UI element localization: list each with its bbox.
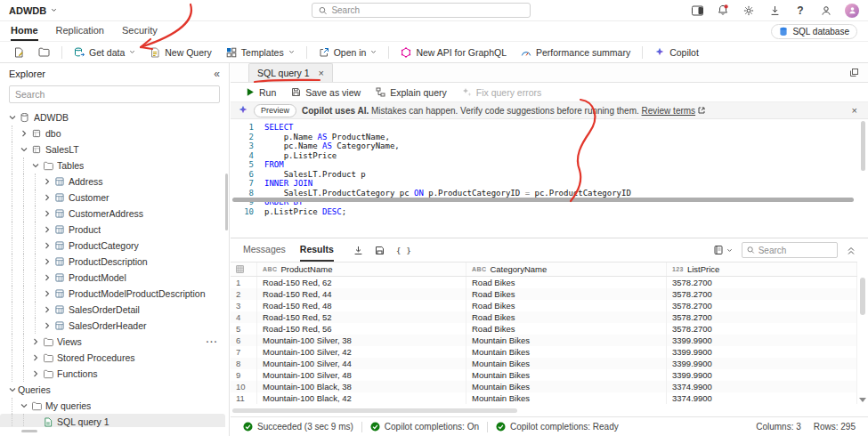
tree-item-sql-query-1[interactable]: SQL query 1 <box>0 414 225 427</box>
table-row[interactable]: 1Road-150 Red, 62Road Bikes3578.2700 <box>231 277 857 288</box>
support-person-icon[interactable] <box>819 4 833 18</box>
tree-item-customer[interactable]: Customer <box>0 190 225 206</box>
settings-gear-icon[interactable] <box>742 4 756 18</box>
performance-summary-button[interactable]: Performance summary <box>515 44 637 61</box>
global-search-input[interactable] <box>331 5 523 15</box>
copilot-button[interactable]: Copilot <box>648 44 705 61</box>
table-row[interactable]: 4Road-150 Red, 52Road Bikes3578.2700 <box>231 311 857 323</box>
cell-productname[interactable]: Mountain-100 Silver, 38 <box>257 335 466 346</box>
chevron-right-icon[interactable] <box>42 194 53 201</box>
table-row[interactable]: 5Road-150 Red, 56Road Bikes3578.2700 <box>231 323 857 335</box>
tree-item-views[interactable]: Views··· <box>0 334 225 350</box>
cell-categoryname[interactable]: Road Bikes <box>466 300 667 311</box>
chevron-down-icon[interactable] <box>19 402 29 409</box>
chevron-right-icon[interactable] <box>42 226 53 233</box>
cell-productname[interactable]: Mountain-100 Silver, 44 <box>257 358 466 369</box>
scroll-down-arrow-icon[interactable] <box>859 398 866 402</box>
cell-productname[interactable]: Road-150 Red, 62 <box>257 277 466 288</box>
global-search[interactable] <box>312 3 531 18</box>
cell-categoryname[interactable]: Road Bikes <box>466 323 667 335</box>
tree-item-customeraddress[interactable]: CustomerAddress <box>0 206 225 222</box>
cell-listprice[interactable]: 3399.9900 <box>667 358 857 369</box>
column-header-categoryname[interactable]: ABCCategoryName <box>466 262 667 276</box>
editor-vscrollbar[interactable] <box>861 121 865 171</box>
sql-editor[interactable]: 12345678910 SELECT p.Name AS ProductName… <box>231 119 868 219</box>
cell-listprice[interactable]: 3578.2700 <box>667 311 857 323</box>
open-folder-icon[interactable] <box>32 44 56 60</box>
cell-listprice[interactable]: 3399.9900 <box>667 335 857 346</box>
tab-security[interactable]: Security <box>122 21 158 41</box>
cell-categoryname[interactable]: Mountain Bikes <box>466 381 667 392</box>
table-row[interactable]: 6Mountain-100 Silver, 38Mountain Bikes33… <box>231 335 857 346</box>
tree-item-product[interactable]: Product <box>0 222 225 238</box>
cell-listprice[interactable]: 3578.2700 <box>667 323 857 335</box>
tab-replication[interactable]: Replication <box>56 21 104 41</box>
cell-productname[interactable]: Mountain-100 Silver, 48 <box>257 369 466 381</box>
tree-item-salesorderheader[interactable]: SalesOrderHeader <box>0 318 225 334</box>
tree-item-productcategory[interactable]: ProductCategory <box>0 238 225 254</box>
get-data-button[interactable]: Get data <box>68 44 142 61</box>
user-avatar[interactable] <box>845 4 859 18</box>
table-row[interactable]: 9Mountain-100 Silver, 48Mountain Bikes33… <box>231 369 857 381</box>
cell-categoryname[interactable]: Mountain Bikes <box>466 392 667 404</box>
explorer-search[interactable] <box>9 85 220 103</box>
new-item-icon[interactable] <box>7 44 30 61</box>
json-view-icon[interactable]: { } <box>396 246 411 255</box>
results-vscrollbar[interactable] <box>860 278 865 315</box>
table-row[interactable]: 7Mountain-100 Silver, 42Mountain Bikes33… <box>231 346 857 358</box>
cell-productname[interactable]: Road-150 Red, 52 <box>257 311 466 323</box>
tree-item-salesorderdetail[interactable]: SalesOrderDetail <box>0 302 225 318</box>
chevron-right-icon[interactable] <box>30 370 41 377</box>
table-row[interactable]: 10Mountain-100 Black, 38Mountain Bikes33… <box>231 381 857 392</box>
cell-categoryname[interactable]: Mountain Bikes <box>466 358 667 369</box>
editor-hscrollbar[interactable] <box>232 198 854 202</box>
chevron-right-icon[interactable] <box>42 242 53 249</box>
chevron-down-icon[interactable] <box>30 162 41 169</box>
cell-listprice[interactable]: 3399.9900 <box>667 346 857 358</box>
results-search[interactable] <box>742 242 838 258</box>
cell-productname[interactable]: Mountain-100 Black, 42 <box>257 392 466 404</box>
new-query-button[interactable]: New Query <box>143 44 218 61</box>
notifications-bell-icon[interactable] <box>716 4 730 18</box>
column-header-productname[interactable]: ABCProductName <box>257 262 466 276</box>
cell-productname[interactable]: Road-150 Red, 56 <box>257 323 466 335</box>
cell-categoryname[interactable]: Road Bikes <box>466 311 667 323</box>
tree-item-tables[interactable]: Tables <box>0 157 225 174</box>
chevron-right-icon[interactable] <box>30 338 41 345</box>
review-terms-link[interactable]: Review terms <box>642 106 706 116</box>
cell-productname[interactable]: Mountain-100 Silver, 42 <box>257 346 466 358</box>
tab-results[interactable]: Results <box>300 238 334 262</box>
templates-button[interactable]: Templates <box>220 44 301 61</box>
close-banner-icon[interactable]: × <box>848 105 861 116</box>
tree-item-functions[interactable]: Functions <box>0 366 225 382</box>
table-row[interactable]: 11Mountain-100 Black, 42Mountain Bikes33… <box>231 392 857 404</box>
cell-listprice[interactable]: 3374.9900 <box>667 392 857 404</box>
help-icon[interactable]: ? <box>793 4 807 18</box>
chevron-down-icon[interactable] <box>19 146 29 153</box>
database-switcher[interactable]: ADWDB <box>9 5 57 16</box>
explorer-hscrollbar[interactable] <box>21 430 37 432</box>
cell-listprice[interactable]: 3578.2700 <box>667 300 857 311</box>
open-in-notebook-button[interactable] <box>713 245 733 255</box>
table-row[interactable]: 8Mountain-100 Silver, 44Mountain Bikes33… <box>231 358 857 369</box>
save-results-icon[interactable] <box>375 246 385 255</box>
cell-categoryname[interactable]: Road Bikes <box>466 277 667 288</box>
chevron-right-icon[interactable] <box>42 306 53 313</box>
cell-productname[interactable]: Road-150 Red, 44 <box>257 288 466 300</box>
tree-item-productdescription[interactable]: ProductDescription <box>0 254 225 270</box>
chevron-right-icon[interactable] <box>42 178 53 185</box>
tree-item-my-queries[interactable]: My queries <box>0 398 225 414</box>
cell-productname[interactable]: Mountain-100 Black, 38 <box>257 381 466 392</box>
tab-home[interactable]: Home <box>11 21 38 41</box>
explain-query-button[interactable]: Explain query <box>369 85 453 100</box>
tree-item-address[interactable]: Address <box>0 174 225 190</box>
chevron-right-icon[interactable] <box>42 322 53 329</box>
cell-categoryname[interactable]: Mountain Bikes <box>466 335 667 346</box>
copy-icon[interactable] <box>849 68 859 77</box>
cell-categoryname[interactable]: Mountain Bikes <box>466 369 667 381</box>
chevron-down-icon[interactable] <box>7 114 18 121</box>
chevron-down-icon[interactable] <box>7 386 18 393</box>
panel-toggle-icon[interactable] <box>690 4 704 18</box>
close-tab-icon[interactable]: × <box>319 68 324 78</box>
cell-categoryname[interactable]: Mountain Bikes <box>466 346 667 358</box>
